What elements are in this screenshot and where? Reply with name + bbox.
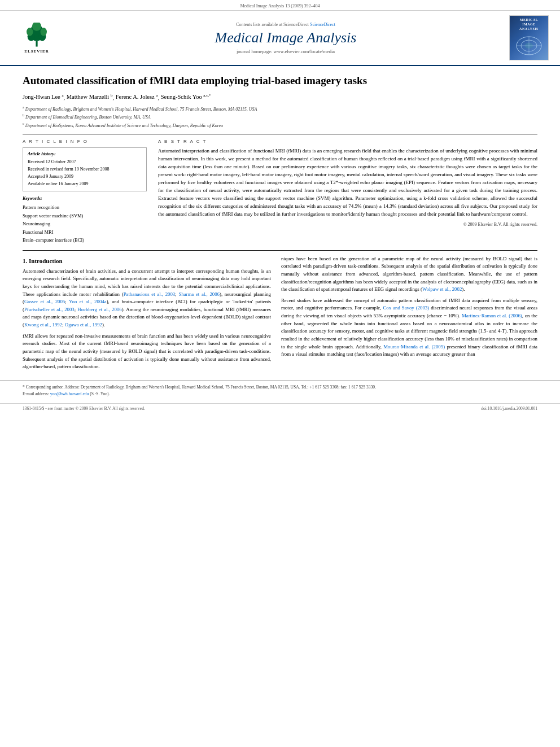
ref-wolpaw[interactable]: Wolpaw et al., 2002 (422, 286, 462, 292)
keyword-5: Brain–computer interface (BCI) (23, 236, 147, 244)
history-accepted: Accepted 9 January 2009 (28, 173, 142, 181)
bottom-bar: 1361-8415/$ - see front matter © 2009 El… (0, 403, 560, 411)
journal-title-main: Medical Image Analysis (62, 29, 509, 46)
abstract-label: A B S T R A C T (158, 139, 537, 144)
keywords-title: Keywords: (23, 196, 147, 201)
divider-2 (23, 250, 537, 251)
corresponding-footnote: * Corresponding author. Address: Departm… (23, 384, 537, 391)
affiliation-c: c Department of BioSystems, Korea Advanc… (23, 121, 537, 129)
journal-homepage: journal homepage: www.elsevier.com/locat… (62, 49, 509, 54)
body-left-col: 1. Introduction Automated characterizati… (23, 255, 271, 374)
abstract-text: Automated interpretation and classificat… (158, 147, 537, 218)
article-info-label: A R T I C L E I N F O (23, 139, 147, 144)
ref-hochberg[interactable]: Hochberg et al., 2006 (77, 307, 121, 312)
svg-rect-0 (36, 41, 37, 46)
journal-center: Contents lists available at ScienceDirec… (62, 22, 509, 54)
article-history-box: Article history: Received 12 October 200… (23, 147, 147, 191)
ref-pfurtscheller[interactable]: Pfurtscheller et al., 2003 (24, 307, 75, 312)
cover-label: MEDICAL IMAGE ANALYSIS (512, 16, 546, 59)
footnote-area: * Corresponding author. Address: Departm… (23, 384, 537, 397)
issn-text: 1361-8415/$ - see front matter © 2009 El… (23, 406, 145, 411)
svg-point-5 (41, 28, 47, 36)
body-right-col: niques have been based on the generation… (281, 255, 537, 374)
ref-martinez[interactable]: Martinez-Ramon et al. (2006) (462, 313, 522, 318)
page-wrapper: Medical Image Analysis 13 (2009) 392–404… (0, 0, 560, 747)
history-title: Article history: (28, 151, 142, 156)
ref-ogawa[interactable]: Ogawa et al., 1992 (65, 322, 102, 327)
keywords-section: Keywords: Pattern recognition Support ve… (23, 196, 147, 244)
email-footnote: E-mail address: yoo@bwh.harvard.edu (S.-… (23, 391, 537, 397)
journal-cover-img: MEDICAL IMAGE ANALYSIS (509, 15, 549, 60)
ref-kwong[interactable]: Kwong et al., 1992 (24, 322, 62, 327)
info-abstract-columns: A R T I C L E I N F O Article history: R… (23, 139, 537, 244)
author1: Jong-Hwan Lee a (23, 94, 64, 100)
section1-heading: 1. Introduction (23, 257, 271, 264)
doi-text: doi:10.1016/j.media.2009.01.001 (481, 406, 537, 411)
ref-sharma[interactable]: Sharma et al., 2006 (178, 291, 220, 297)
divider (23, 134, 537, 134)
ref-yoo[interactable]: Yoo et al., 2004a (69, 299, 107, 304)
body-para-1: Automated characterization of brain acti… (23, 268, 271, 329)
keyword-2: Support vector machine (SVM) (23, 212, 147, 220)
author3: Ferenc A. Jolesz a (116, 94, 158, 100)
journal-header: ELSEVIER Contents lists available at Sci… (0, 11, 560, 66)
authors-line: Jong-Hwan Lee a, Matthew Marzelli b, Fer… (23, 93, 537, 102)
body-right-para-2: Recent studies have addressed the concep… (281, 297, 537, 359)
page-footer: * Corresponding author. Address: Departm… (0, 380, 560, 401)
history-received: Received 12 October 2007 (28, 159, 142, 166)
sciencedirect-line: Contents lists available at ScienceDirec… (62, 22, 509, 27)
affiliations: a Department of Radiology, Brigham and W… (23, 105, 537, 129)
ref-cox[interactable]: Cox and Savoy (2003) (383, 305, 429, 311)
article-info-col: A R T I C L E I N F O Article history: R… (23, 139, 147, 244)
article-content: Automated classification of fMRI data em… (0, 74, 560, 251)
body-right-para-1: niques have been based on the generation… (281, 255, 537, 294)
elsevier-logo: ELSEVIER (11, 23, 62, 54)
email-link[interactable]: yoo@bwh.harvard.edu (50, 391, 89, 396)
abstract-col: A B S T R A C T Automated interpretation… (158, 139, 537, 244)
ref-pathanasious[interactable]: Pathanasious et al., 2003 (124, 291, 176, 297)
svg-point-4 (27, 28, 33, 36)
elsevier-tree-icon (23, 23, 51, 48)
top-bar: Medical Image Analysis 13 (2009) 392–404 (0, 0, 560, 11)
author2: Matthew Marzelli b (67, 94, 113, 100)
sciencedirect-link[interactable]: ScienceDirect (310, 22, 335, 27)
copyright-line: © 2009 Elsevier B.V. All rights reserved… (158, 222, 537, 227)
ref-mourao[interactable]: Mourao-Miranda et al. (2005) (383, 344, 445, 350)
affiliation-b: b Department of Biomedical Engineering, … (23, 113, 537, 121)
affiliation-a: a Department of Radiology, Brigham and W… (23, 105, 537, 113)
history-available: Available online 16 January 2009 (28, 181, 142, 188)
keyword-4: Functional MRI (23, 228, 147, 236)
keyword-1: Pattern recognition (23, 203, 147, 211)
elsevier-text: ELSEVIER (24, 49, 49, 54)
body-columns: 1. Introduction Automated characterizati… (0, 255, 560, 374)
journal-citation: Medical Image Analysis 13 (2009) 392–404 (240, 3, 320, 8)
history-revised: Received in revised form 19 November 200… (28, 166, 142, 173)
body-para-2: fMRI allows for repeated non-invasive me… (23, 333, 271, 371)
author4: Seung-Schik Yoo a,c,* (161, 94, 211, 100)
ref-gasser[interactable]: Gasser et al., 2005 (24, 299, 65, 304)
keyword-3: Neuroimaging (23, 220, 147, 228)
article-title: Automated classification of fMRI data em… (23, 74, 537, 88)
